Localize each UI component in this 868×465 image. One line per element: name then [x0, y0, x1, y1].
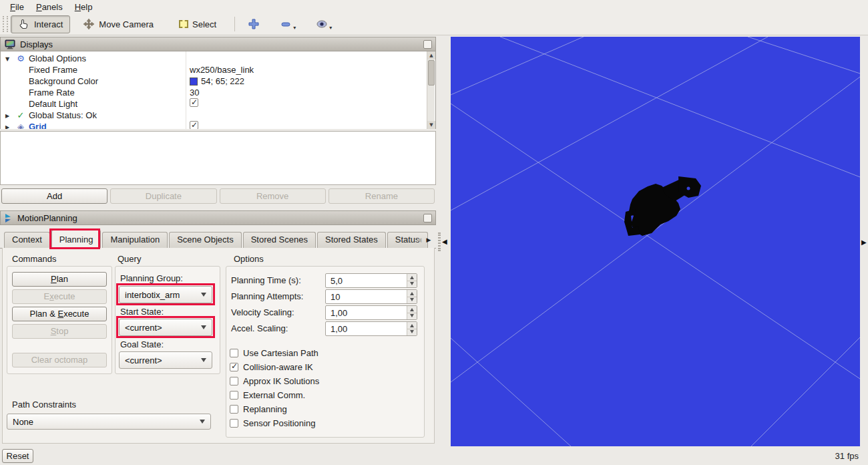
execute-button[interactable]: Execute [12, 289, 107, 304]
tree-row-global-status[interactable]: ▶ ✓ Global Status: Ok [1, 110, 428, 121]
planning-time-spinbox[interactable]: 5,0 [325, 273, 417, 288]
spin-buttons[interactable] [407, 306, 417, 319]
panel-splitter[interactable]: ◀ [436, 35, 451, 446]
duplicate-display-button[interactable]: Duplicate [110, 188, 216, 204]
goal-state-combo[interactable]: <current> [119, 351, 212, 369]
tab-scroll-left-icon[interactable]: ◀ [415, 234, 424, 246]
add-tool-button[interactable] [240, 15, 267, 33]
add-display-button[interactable]: Add [1, 188, 107, 204]
clear-octomap-button[interactable]: Clear octomap [12, 353, 107, 367]
toolbar-drag-handle[interactable] [3, 16, 8, 32]
remove-tool-button[interactable]: ▾ [272, 15, 307, 33]
approx-ik-solutions-option[interactable]: Approx IK Solutions [230, 376, 319, 386]
expander-down-icon[interactable]: ▼ [5, 53, 9, 65]
menu-file[interactable]: File [4, 1, 30, 13]
scroll-down-icon[interactable]: ▼ [427, 121, 435, 129]
menu-help[interactable]: Help [69, 1, 99, 13]
velocity-scaling-spinbox[interactable]: 1,00 [325, 305, 417, 320]
move-camera-tool-button[interactable]: Move Camera [75, 15, 161, 33]
tab-planning[interactable]: Planning [51, 230, 101, 249]
replanning-option[interactable]: Replanning [230, 404, 287, 414]
displays-scrollbar[interactable]: ▲ ▼ [427, 51, 435, 129]
path-constraints-combo[interactable]: None [7, 414, 211, 430]
start-state-combo[interactable]: <current> [119, 319, 212, 336]
grid-line [451, 338, 571, 446]
spin-down-icon[interactable] [407, 329, 417, 336]
collision-aware-ik-checkbox[interactable] [230, 363, 238, 371]
collapse-left-icon[interactable]: ◀ [442, 238, 447, 245]
expander-right-icon[interactable]: ▶ [5, 122, 9, 129]
tab-context[interactable]: Context [4, 232, 50, 248]
motion-planning-float-button[interactable] [423, 214, 432, 222]
plan-and-execute-button[interactable]: Plan & Execute [12, 307, 107, 321]
tree-row-grid[interactable]: ▶ ◈ Grid [1, 121, 428, 129]
sensor-positioning-option[interactable]: Sensor Positioning [230, 418, 315, 428]
approx-ik-solutions-checkbox[interactable] [230, 377, 238, 385]
tree-row-default-light[interactable]: Default Light [1, 98, 428, 110]
spin-up-icon[interactable] [407, 290, 417, 297]
use-cartesian-path-checkbox[interactable] [230, 349, 238, 357]
toolbar-separator [234, 17, 235, 31]
grid-line [451, 37, 768, 210]
spin-buttons[interactable] [407, 322, 417, 335]
tab-manipulation[interactable]: Manipulation [102, 232, 168, 248]
splitter-handle-dots[interactable] [438, 232, 441, 251]
spin-up-icon[interactable] [407, 274, 417, 281]
displays-panel-header[interactable]: Displays [0, 37, 436, 51]
sensor-positioning-checkbox[interactable] [230, 419, 238, 428]
external-comm-checkbox[interactable] [230, 391, 238, 400]
spin-up-icon[interactable] [407, 322, 417, 329]
use-cartesian-path-option[interactable]: Use Cartesian Path [230, 348, 318, 358]
accel-scaling-spinbox[interactable]: 1,00 [325, 321, 417, 336]
motion-planning-panel-title: MotionPlanning [17, 213, 77, 223]
planning-group-combo[interactable]: interbotix_arm [119, 286, 212, 303]
fixed-frame-value[interactable]: wx250/base_link [190, 64, 254, 75]
spin-up-icon[interactable] [407, 306, 417, 313]
displays-property-area [0, 131, 436, 185]
scrollbar-thumb[interactable] [428, 60, 435, 86]
tab-stored-states[interactable]: Stored States [317, 232, 386, 248]
menu-panels[interactable]: Panels [30, 1, 69, 13]
moveit-icon [5, 213, 13, 223]
external-comm-option[interactable]: External Comm. [230, 390, 305, 400]
tree-row-fixed-frame[interactable]: Fixed Frame wx250/base_link [1, 64, 428, 75]
motion-planning-panel-header[interactable]: MotionPlanning [0, 210, 436, 225]
rename-display-button[interactable]: Rename [329, 188, 435, 204]
replanning-checkbox[interactable] [230, 405, 238, 414]
displays-float-button[interactable] [423, 40, 432, 49]
reset-button[interactable]: Reset [2, 449, 33, 463]
interact-tool-label: Interact [34, 19, 63, 29]
tree-row-global-options[interactable]: ▼ ⚙ Global Options [1, 53, 428, 64]
displays-buttons: Add Duplicate Remove Rename [0, 188, 436, 205]
3d-viewport[interactable] [451, 37, 860, 446]
collision-aware-ik-option[interactable]: Collision-aware IK [230, 362, 313, 372]
select-tool-button[interactable]: Select [172, 15, 224, 33]
tab-scene-objects[interactable]: Scene Objects [169, 232, 242, 248]
background-color-value[interactable]: 54; 65; 222 [190, 75, 244, 87]
tree-row-frame-rate[interactable]: Frame Rate 30 [1, 87, 428, 98]
tree-row-background-color[interactable]: Background Color 54; 65; 222 [1, 75, 428, 87]
stop-button[interactable]: Stop [12, 324, 107, 339]
spin-buttons[interactable] [407, 274, 417, 287]
select-tool-label: Select [192, 19, 216, 29]
spin-down-icon[interactable] [407, 281, 417, 288]
tool-visibility-button[interactable]: ▾ [308, 15, 343, 33]
path-constraints-label: Path Constraints [12, 400, 76, 410]
expander-right-icon[interactable]: ▶ [5, 110, 9, 122]
goal-state-label: Goal State: [120, 339, 164, 349]
interact-tool-button[interactable]: Interact [11, 15, 70, 33]
grid-enabled-checkbox[interactable] [190, 121, 198, 129]
expand-right-icon[interactable]: ▶ [861, 239, 867, 246]
plan-button[interactable]: Plan [12, 272, 107, 287]
scroll-up-icon[interactable]: ▲ [427, 51, 435, 59]
spin-buttons[interactable] [407, 290, 417, 303]
spin-down-icon[interactable] [407, 313, 417, 320]
remove-display-button[interactable]: Remove [220, 188, 326, 204]
default-light-checkbox[interactable] [190, 98, 198, 107]
planning-attempts-spinbox[interactable]: 10 [325, 289, 417, 304]
tab-stored-scenes[interactable]: Stored Scenes [243, 232, 316, 248]
tab-scroll-right-icon[interactable]: ▶ [424, 234, 433, 246]
viewport-scene [451, 37, 860, 446]
tool-visibility-caret-icon: ▾ [329, 25, 332, 31]
spin-down-icon[interactable] [407, 297, 417, 304]
